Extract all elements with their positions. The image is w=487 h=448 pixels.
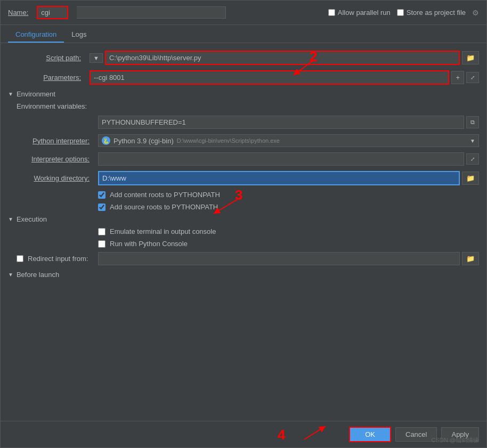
environment-triangle: ▼ (8, 91, 13, 97)
env-variables-row: Environment variables: (17, 102, 479, 110)
script-path-input[interactable] (105, 51, 460, 65)
store-as-project-checkbox[interactable] (397, 9, 404, 16)
working-directory-row: Working directory: 📁 (17, 171, 479, 185)
redirect-input-field: 📁 (98, 252, 479, 265)
execution-section-content: Emulate terminal in output console Run w… (8, 227, 479, 265)
run-python-console-checkbox[interactable] (98, 240, 105, 248)
emulate-terminal-checkbox[interactable] (98, 228, 105, 235)
interpreter-selector[interactable]: 🐍 Python 3.9 (cgi-bin) D:\www\cgi-bin\ve… (98, 134, 479, 147)
allow-parallel-label[interactable]: Allow parallel run (328, 9, 391, 17)
working-directory-field: 📁 (98, 171, 479, 185)
name-extend-input[interactable] (77, 6, 226, 19)
ok-button[interactable]: OK (349, 427, 391, 442)
parameters-plus-btn[interactable]: + (451, 71, 464, 84)
add-content-roots-checkbox[interactable] (98, 191, 105, 199)
run-python-console-label: Run with Python Console (110, 240, 188, 248)
parameters-expand-btn[interactable]: ⤢ (466, 72, 479, 83)
working-directory-browse-btn[interactable]: 📁 (462, 172, 479, 185)
name-label: Name: (8, 9, 28, 17)
tab-logs[interactable]: Logs (64, 27, 94, 43)
run-configuration-dialog: Name: Allow parallel run Store as projec… (0, 0, 487, 448)
execution-section-header[interactable]: ▼ Execution (8, 215, 479, 223)
script-path-row: Script path: ▼ 📁 (8, 51, 479, 65)
watermark: CSDN @仙剑情缘 (432, 436, 479, 444)
interpreter-options-input[interactable] (98, 152, 464, 166)
python-interpreter-label: Python interpreter: (17, 137, 94, 145)
env-variables-copy-btn[interactable]: ⧉ (466, 116, 479, 128)
script-path-dropdown-btn[interactable]: ▼ (90, 53, 103, 63)
add-source-roots-checkbox[interactable] (98, 203, 105, 211)
interpreter-options-expand-btn[interactable]: ⤢ (466, 153, 479, 165)
working-directory-label: Working directory: (17, 174, 94, 182)
redirect-input-label: Redirect input from: (28, 255, 88, 263)
gear-icon[interactable]: ⚙ (472, 9, 479, 17)
config-content: Script path: ▼ 📁 Parameters: + ⤢ 2 (1, 43, 486, 421)
header-right: Allow parallel run Store as project file… (328, 9, 479, 17)
arrow-4 (299, 421, 331, 442)
execution-section-label: Execution (17, 215, 47, 223)
script-path-browse-btn[interactable]: 📁 (462, 51, 479, 64)
interpreter-chevron-icon: ▼ (470, 138, 475, 144)
name-input-wrapper (37, 6, 68, 19)
redirect-input-row: Redirect input from: 📁 (17, 252, 479, 265)
interpreter-icon: 🐍 (102, 136, 110, 145)
interpreter-name: Python 3.9 (cgi-bin) (113, 137, 174, 145)
environment-section-content: Environment variables: ⧉ Python interpre… (8, 102, 479, 211)
store-as-project-label[interactable]: Store as project file (397, 9, 466, 17)
parameters-field: + ⤢ (90, 70, 479, 85)
interpreter-path: D:\www\cgi-bin\venv\Scripts\python.exe (177, 137, 280, 144)
before-launch-section-label: Before launch (17, 271, 59, 279)
parameters-row: Parameters: + ⤢ (8, 70, 479, 85)
python-interpreter-field: 🐍 Python 3.9 (cgi-bin) D:\www\cgi-bin\ve… (98, 134, 479, 147)
env-variables-field: ⧉ (98, 116, 479, 129)
tab-configuration[interactable]: Configuration (8, 27, 64, 43)
tab-bar: Configuration Logs (1, 27, 486, 43)
env-variables-label: Environment variables: (17, 102, 87, 110)
add-content-roots-label: Add content roots to PYTHONPATH (110, 191, 220, 199)
annotation-4: 4 (278, 427, 285, 443)
environment-section-label: Environment (17, 90, 55, 98)
redirect-input-browse-btn[interactable]: 📁 (462, 252, 479, 265)
environment-section-header[interactable]: ▼ Environment (8, 90, 479, 98)
dialog-footer: 4 OK Cancel Apply (1, 421, 486, 447)
before-launch-section-header[interactable]: ▼ Before launch (8, 271, 479, 279)
env-variables-input[interactable] (98, 116, 464, 129)
redirect-input-checkbox[interactable] (17, 255, 23, 262)
run-python-console-row: Run with Python Console (17, 240, 479, 248)
python-interpreter-row: Python interpreter: 🐍 Python 3.9 (cgi-bi… (17, 134, 479, 147)
before-launch-triangle: ▼ (8, 272, 13, 278)
env-variables-input-row: ⧉ (17, 116, 479, 129)
parameters-input[interactable] (90, 70, 449, 85)
interpreter-options-field: ⤢ (98, 152, 479, 166)
add-source-roots-row: Add source roots to PYTHONPATH (17, 203, 479, 211)
working-directory-input[interactable] (98, 171, 460, 185)
add-content-roots-row: Add content roots to PYTHONPATH (17, 191, 479, 199)
interpreter-options-row: Interpreter options: ⤢ (17, 152, 479, 166)
execution-triangle: ▼ (8, 216, 13, 222)
dialog-header: Name: Allow parallel run Store as projec… (1, 1, 486, 25)
name-input[interactable] (38, 7, 67, 18)
parameters-label: Parameters: (8, 74, 85, 82)
script-path-label: Script path: (8, 54, 85, 62)
allow-parallel-checkbox[interactable] (328, 9, 335, 16)
emulate-terminal-row: Emulate terminal in output console (17, 227, 479, 235)
interpreter-options-label: Interpreter options: (17, 155, 94, 163)
redirect-input-input[interactable] (98, 252, 460, 265)
add-source-roots-label: Add source roots to PYTHONPATH (110, 203, 218, 211)
before-launch-content-placeholder (8, 283, 479, 294)
script-path-field: ▼ 📁 (90, 51, 479, 65)
redirect-input-label-row: Redirect input from: (17, 255, 94, 263)
emulate-terminal-label: Emulate terminal in output console (110, 227, 216, 235)
